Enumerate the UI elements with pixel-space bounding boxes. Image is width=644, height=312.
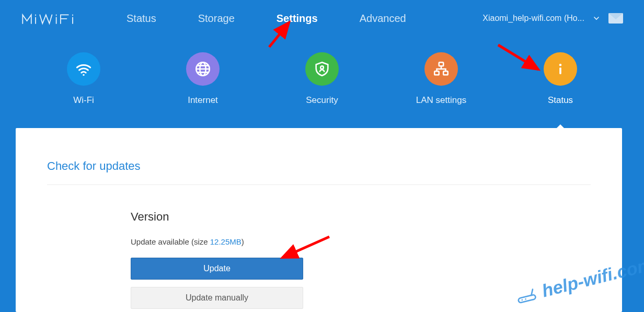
info-icon: [544, 52, 577, 86]
subnav-status[interactable]: Status: [529, 52, 592, 106]
nav-status[interactable]: Status: [126, 13, 156, 25]
subnav-wifi[interactable]: Wi-Fi: [52, 52, 115, 106]
subnav-lan-label: LAN settings: [416, 95, 466, 106]
update-button[interactable]: Update: [131, 258, 303, 280]
wifi-icon: [67, 52, 100, 86]
nav-storage[interactable]: Storage: [198, 13, 235, 25]
shield-icon: [305, 52, 339, 86]
svg-rect-5: [434, 71, 439, 75]
chevron-down-icon[interactable]: [592, 14, 601, 23]
nav-settings[interactable]: Settings: [277, 13, 318, 25]
svg-point-3: [320, 66, 324, 69]
update-size: 12.25MB: [210, 237, 242, 246]
subnav-status-label: Status: [548, 95, 573, 106]
subnav-lan[interactable]: LAN settings: [410, 52, 473, 106]
subnav-wifi-label: Wi-Fi: [73, 95, 94, 106]
miwifi-logo-icon: [21, 9, 90, 27]
settings-subnav: Wi-Fi Internet Security LAN settings: [0, 37, 644, 106]
globe-icon: [186, 52, 220, 86]
subnav-security-label: Security: [306, 95, 338, 106]
svg-point-0: [83, 74, 84, 76]
subnav-internet-label: Internet: [188, 95, 218, 106]
network-icon: [424, 52, 458, 86]
version-heading: Version: [131, 210, 591, 224]
update-available-text: Update available (size 12.25MB): [131, 237, 591, 246]
panel-title: Check for updates: [47, 159, 591, 185]
svg-rect-6: [443, 71, 448, 75]
main-nav: Status Storage Settings Advanced: [126, 13, 406, 25]
update-manually-button[interactable]: Update manually: [131, 287, 303, 309]
subnav-internet[interactable]: Internet: [171, 52, 234, 106]
update-available-suffix: ): [242, 237, 244, 246]
content-panel: Check for updates Version Update availab…: [16, 128, 622, 312]
update-available-prefix: Update available (size: [131, 237, 210, 246]
svg-point-7: [559, 64, 562, 66]
version-section: Version Update available (size 12.25MB) …: [131, 210, 591, 309]
subnav-security[interactable]: Security: [291, 52, 353, 106]
account-label[interactable]: Xiaomi_help-wifi.com (Ho...: [482, 14, 584, 23]
top-bar: Status Storage Settings Advanced Xiaomi_…: [0, 0, 644, 37]
logo: [21, 9, 90, 27]
account-area: Xiaomi_help-wifi.com (Ho...: [482, 13, 623, 24]
svg-rect-4: [439, 62, 444, 66]
nav-advanced[interactable]: Advanced: [360, 13, 406, 25]
mail-icon[interactable]: [608, 13, 623, 24]
svg-rect-8: [559, 67, 561, 74]
